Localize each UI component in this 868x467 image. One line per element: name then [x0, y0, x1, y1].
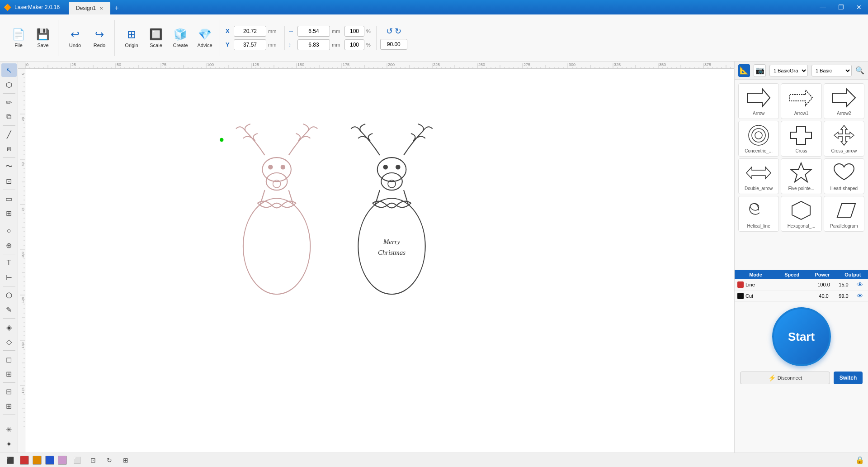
shape-arrow2[interactable]: Arrow2 [824, 83, 864, 119]
x-input[interactable] [234, 26, 266, 37]
cut-speed-value: 40.0 [815, 293, 833, 299]
tool-boolean[interactable]: ⧉ [1, 110, 17, 124]
shape-cross-arrow[interactable]: Cross_arrow [824, 121, 864, 157]
subcategory-select[interactable]: 1.Basic 2.Advanced [811, 65, 852, 76]
close-btn[interactable]: ✕ [850, 0, 868, 14]
rotate-ccw-icon[interactable]: ↺ [386, 26, 393, 36]
tool-layer-ops[interactable]: ⊞ [1, 367, 17, 381]
tools-group: ⊞ Origin 🔲 Scale 🧊 Create 💎 Advice [117, 20, 220, 56]
switch-button[interactable]: Switch [834, 372, 863, 384]
minimize-btn[interactable]: — [814, 0, 832, 14]
create-btn[interactable]: 🧊 Create [169, 22, 192, 54]
tool-circle[interactable]: ○ [1, 224, 17, 238]
tool-text[interactable]: T [1, 256, 17, 270]
angle-input[interactable] [380, 39, 407, 50]
tool-loading[interactable]: ✦ [1, 437, 17, 451]
redo-icon: ↪ [95, 28, 104, 41]
scale-btn[interactable]: 🔲 Scale [145, 22, 167, 54]
statusbar-btn1[interactable]: ⬛ [4, 455, 16, 466]
redo-btn[interactable]: ↪ Redo [88, 22, 111, 54]
photos-panel-btn[interactable]: 📷 [754, 64, 765, 77]
tool-edit-path[interactable]: ✎ [1, 303, 17, 316]
origin-icon: ⊞ [127, 28, 136, 41]
advice-btn[interactable]: 💎 Advice [193, 22, 216, 54]
restore-btn[interactable]: ❐ [832, 0, 850, 14]
layer-row-line[interactable]: Line 100.0 15.0 👁 [735, 279, 868, 291]
svg-text:275: 275 [524, 62, 530, 67]
line-speed-value: 100.0 [815, 282, 833, 287]
svg-text:25: 25 [21, 117, 25, 121]
svg-text:225: 225 [433, 62, 440, 67]
tool-trace[interactable]: ◇ [1, 335, 17, 348]
cut-visible-btn[interactable]: 👁 [854, 292, 865, 300]
create-icon: 🧊 [174, 28, 187, 41]
shape-heart[interactable]: Heart-shaped [824, 158, 864, 194]
svg-text:50: 50 [21, 162, 25, 166]
save-btn[interactable]: 💾 Save [32, 22, 54, 54]
x-unit: mm [268, 29, 279, 34]
file-btn[interactable]: 📄 File [7, 22, 30, 54]
height-pct-input[interactable] [344, 39, 364, 50]
tool-select[interactable]: ↖ [1, 63, 17, 77]
tool-node-edit[interactable]: ⬡ [1, 78, 17, 91]
tab-close-btn[interactable]: ✕ [99, 6, 103, 11]
tool-copy-transform[interactable]: ⧇ [1, 142, 17, 156]
tool-fill[interactable]: ◈ [1, 320, 17, 334]
angle-group: ↺ ↻ [376, 26, 411, 50]
shape-parallelogram[interactable]: Parallelogram [824, 196, 864, 232]
undo-btn[interactable]: ↩ Undo [64, 22, 86, 54]
shape-cross[interactable]: Cross [781, 121, 821, 157]
start-button[interactable]: Start [772, 307, 831, 366]
grid-btn[interactable]: ⊞ [119, 455, 132, 466]
category-select[interactable]: 1.BasicGra 2.Animals 3.Holiday [769, 65, 808, 76]
shapes-panel-btn[interactable]: 📐 [738, 64, 750, 77]
y-coord-row: Y mm [226, 39, 279, 50]
line-visible-btn[interactable]: 👁 [854, 281, 865, 288]
color-blue-swatch[interactable] [45, 456, 54, 465]
y-unit: mm [268, 42, 279, 48]
disconnect-button[interactable]: ⚡ Disconnect [740, 372, 830, 384]
canvas-area[interactable]: 0255075100125150175200225250275300325350… [18, 62, 734, 453]
tool-measure[interactable]: ⊢ [1, 271, 17, 284]
color-orange-swatch[interactable] [33, 456, 42, 465]
new-tab-btn[interactable]: + [110, 2, 123, 14]
color-purple-swatch[interactable] [58, 456, 67, 465]
height-input[interactable] [297, 39, 330, 50]
shape-five-pointed[interactable]: Five-pointe... [781, 158, 821, 194]
shape-arrow[interactable]: Arrow [738, 83, 779, 119]
shape-hexagonal[interactable]: Hexagonal_... [781, 196, 821, 232]
rotate-cw-icon[interactable]: ↻ [395, 26, 401, 36]
svg-text:200: 200 [388, 62, 395, 67]
tool-line[interactable]: ╱ [1, 128, 17, 141]
refresh-btn[interactable]: ↻ [103, 455, 116, 466]
lock-icon[interactable]: 🔒 [855, 456, 864, 464]
tool-grid-rect[interactable]: ⊞ [1, 206, 17, 220]
search-btn[interactable]: 🔍 [855, 65, 864, 76]
tool-offset[interactable]: ⊡ [1, 174, 17, 188]
tool-pen[interactable]: ✏ [1, 95, 17, 109]
group-btn[interactable]: ⊡ [87, 455, 99, 466]
tool-curve[interactable]: 〜 [1, 160, 17, 173]
shape-concentric[interactable]: Concentric_... [738, 121, 779, 157]
layer-row-cut[interactable]: Cut 40.0 99.0 👁 [735, 291, 868, 302]
width-input[interactable] [297, 26, 330, 37]
svg-marker-290 [791, 126, 811, 144]
tool-eraser[interactable]: ◻ [1, 353, 17, 366]
tool-arr-ops[interactable]: ✳ [1, 423, 17, 436]
color-red-swatch[interactable] [20, 456, 29, 465]
select-all-btn[interactable]: ⬜ [71, 455, 83, 466]
canvas-drawing-area[interactable]: Merry Christmas [25, 69, 734, 453]
shape-double-arrow[interactable]: Double_arrow [738, 158, 779, 194]
tool-align[interactable]: ⊟ [1, 385, 17, 398]
y-input[interactable] [234, 39, 266, 50]
shape-helical[interactable]: Helical_line [738, 196, 779, 232]
ruler-corner [18, 62, 25, 69]
tool-library[interactable]: ⊞ [1, 399, 17, 413]
tool-polygon[interactable]: ⬡ [1, 288, 17, 302]
shape-arrow1[interactable]: Arrow1 [781, 83, 821, 119]
origin-btn[interactable]: ⊞ Origin [120, 22, 143, 54]
tab-design1[interactable]: Design1 ✕ [69, 2, 110, 14]
tool-grid-circle[interactable]: ⊕ [1, 238, 17, 252]
tool-rectangle[interactable]: ▭ [1, 192, 17, 205]
width-pct-input[interactable] [344, 26, 364, 37]
